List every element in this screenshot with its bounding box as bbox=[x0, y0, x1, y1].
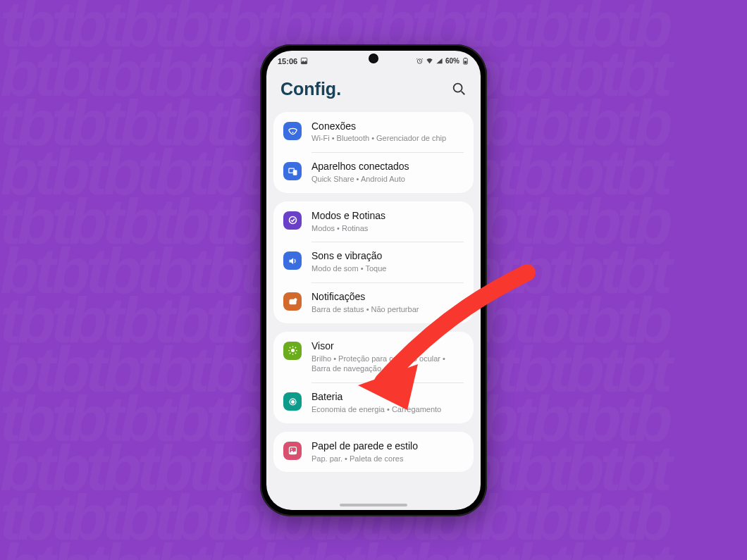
settings-group: Visor Brilho • Proteção para conforto oc… bbox=[273, 332, 474, 423]
row-subtitle: Brilho • Proteção para conforto ocular •… bbox=[311, 354, 463, 375]
svg-point-12 bbox=[294, 298, 297, 301]
svg-point-7 bbox=[292, 132, 293, 133]
svg-point-23 bbox=[291, 400, 294, 403]
svg-line-21 bbox=[295, 347, 295, 348]
row-subtitle: Modo de som • Toque bbox=[311, 263, 463, 274]
search-icon[interactable] bbox=[451, 81, 467, 97]
svg-rect-4 bbox=[464, 61, 467, 64]
row-title: Aparelhos conectados bbox=[311, 161, 463, 173]
svg-line-6 bbox=[462, 92, 465, 95]
svg-point-25 bbox=[290, 449, 292, 450]
settings-row-visor[interactable]: Visor Brilho • Proteção para conforto oc… bbox=[273, 332, 474, 382]
settings-group: Conexões Wi-Fi • Bluetooth • Gerenciador… bbox=[273, 112, 474, 193]
row-title: Conexões bbox=[311, 120, 463, 132]
settings-row-notificacoes[interactable]: Notificações Barra de status • Não pertu… bbox=[273, 282, 474, 323]
svg-line-19 bbox=[295, 353, 295, 354]
wifi-icon bbox=[283, 122, 302, 140]
page-title: Config. bbox=[280, 79, 341, 99]
settings-row-bateria[interactable]: Bateria Economia de energia • Carregamen… bbox=[273, 382, 474, 423]
settings-list: Conexões Wi-Fi • Bluetooth • Gerenciador… bbox=[266, 112, 481, 495]
settings-row-conexoes[interactable]: Conexões Wi-Fi • Bluetooth • Gerenciador… bbox=[273, 112, 474, 153]
signal-icon bbox=[436, 57, 443, 65]
row-subtitle: Economia de energia • Carregamento bbox=[311, 404, 463, 415]
row-subtitle: Modos • Rotinas bbox=[311, 223, 463, 234]
svg-point-5 bbox=[454, 84, 462, 92]
row-title: Bateria bbox=[311, 391, 463, 403]
picture-icon bbox=[300, 57, 308, 65]
svg-rect-9 bbox=[293, 170, 297, 175]
wallpaper-icon bbox=[283, 442, 302, 460]
settings-group: Modos e Rotinas Modos • Rotinas Sons e v… bbox=[273, 201, 474, 323]
row-subtitle: Wi-Fi • Bluetooth • Gerenciador de chip bbox=[311, 133, 463, 144]
row-title: Sons e vibração bbox=[311, 250, 463, 262]
front-camera bbox=[369, 54, 378, 63]
sound-icon bbox=[283, 251, 302, 270]
routines-icon bbox=[283, 211, 302, 230]
settings-row-aparelhos[interactable]: Aparelhos conectados Quick Share • Andro… bbox=[273, 152, 474, 193]
row-subtitle: Quick Share • Android Auto bbox=[311, 174, 463, 185]
battery-settings-icon bbox=[283, 392, 302, 411]
settings-row-papel[interactable]: Papel de parede e estilo Pap. par. • Pal… bbox=[273, 432, 474, 473]
row-title: Modos e Rotinas bbox=[311, 210, 463, 222]
phone-frame: 15:06 60% Config. bbox=[260, 44, 487, 516]
row-subtitle: Barra de status • Não perturbar bbox=[311, 304, 463, 315]
battery-percent: 60% bbox=[445, 57, 459, 65]
wifi-status-icon bbox=[426, 57, 433, 65]
devices-icon bbox=[283, 162, 302, 180]
status-time: 15:06 bbox=[278, 57, 297, 66]
svg-point-13 bbox=[291, 349, 295, 352]
row-title: Papel de parede e estilo bbox=[311, 440, 463, 452]
svg-rect-3 bbox=[464, 58, 467, 58]
home-indicator[interactable] bbox=[340, 504, 407, 506]
display-icon bbox=[283, 342, 302, 360]
phone-screen: 15:06 60% Config. bbox=[266, 51, 481, 510]
svg-line-20 bbox=[289, 353, 290, 354]
settings-row-modos[interactable]: Modos e Rotinas Modos • Rotinas bbox=[273, 201, 474, 242]
row-subtitle: Pap. par. • Paleta de cores bbox=[311, 454, 463, 464]
svg-line-18 bbox=[289, 347, 290, 348]
alarm-icon bbox=[416, 57, 424, 65]
notifications-icon bbox=[283, 292, 302, 311]
page-header: Config. bbox=[266, 72, 481, 112]
row-title: Notificações bbox=[311, 291, 463, 303]
row-title: Visor bbox=[311, 340, 463, 352]
battery-icon bbox=[462, 57, 469, 65]
settings-group: Papel de parede e estilo Pap. par. • Pal… bbox=[273, 432, 474, 473]
settings-row-sons[interactable]: Sons e vibração Modo de som • Toque bbox=[273, 242, 474, 282]
